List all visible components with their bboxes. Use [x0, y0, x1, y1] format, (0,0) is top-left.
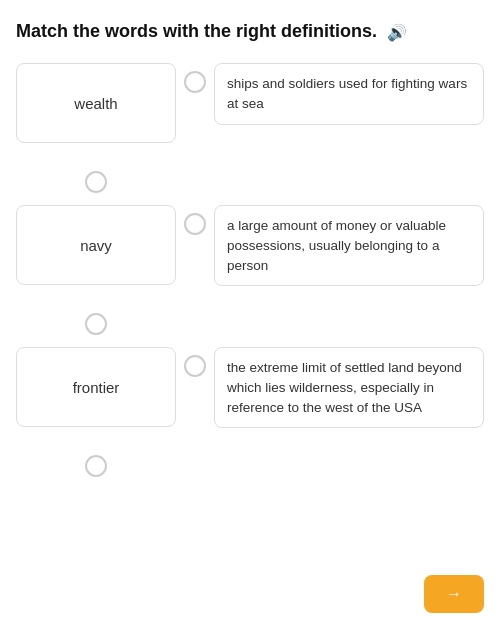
def-item-3: the extreme limit of settled land beyond… — [184, 347, 484, 428]
match-row-frontier: frontier the extreme limit of settled la… — [16, 347, 484, 477]
left-side-frontier: frontier — [16, 347, 176, 477]
match-row-wealth: wealth ships and soldiers used for fight… — [16, 63, 484, 193]
def-box-3: the extreme limit of settled land beyond… — [214, 347, 484, 428]
def-radio-1[interactable] — [184, 71, 206, 93]
def-box-2: a large amount of money or valuable poss… — [214, 205, 484, 286]
left-side-navy: navy — [16, 205, 176, 335]
word-box-navy: navy — [16, 205, 176, 285]
def-radio-3[interactable] — [184, 355, 206, 377]
word-radio-frontier[interactable] — [85, 455, 107, 477]
def-item-2: a large amount of money or valuable poss… — [184, 205, 484, 286]
matching-exercise: wealth ships and soldiers used for fight… — [16, 63, 484, 489]
right-side-def1: ships and soldiers used for fighting war… — [184, 63, 484, 132]
match-row-navy: navy a large amount of money or valuable… — [16, 205, 484, 335]
page-title: Match the words with the right definitio… — [16, 21, 377, 41]
def-item-1: ships and soldiers used for fighting war… — [184, 63, 484, 124]
right-side-def3: the extreme limit of settled land beyond… — [184, 347, 484, 436]
word-radio-navy[interactable] — [85, 313, 107, 335]
word-radio-wealth[interactable] — [85, 171, 107, 193]
audio-icon[interactable]: 🔊 — [387, 23, 407, 42]
word-box-frontier: frontier — [16, 347, 176, 427]
page-header: Match the words with the right definitio… — [16, 20, 484, 43]
left-side-wealth: wealth — [16, 63, 176, 193]
word-box-wealth: wealth — [16, 63, 176, 143]
def-box-1: ships and soldiers used for fighting war… — [214, 63, 484, 124]
next-button[interactable]: → — [424, 575, 484, 613]
def-radio-2[interactable] — [184, 213, 206, 235]
right-side-def2: a large amount of money or valuable poss… — [184, 205, 484, 294]
